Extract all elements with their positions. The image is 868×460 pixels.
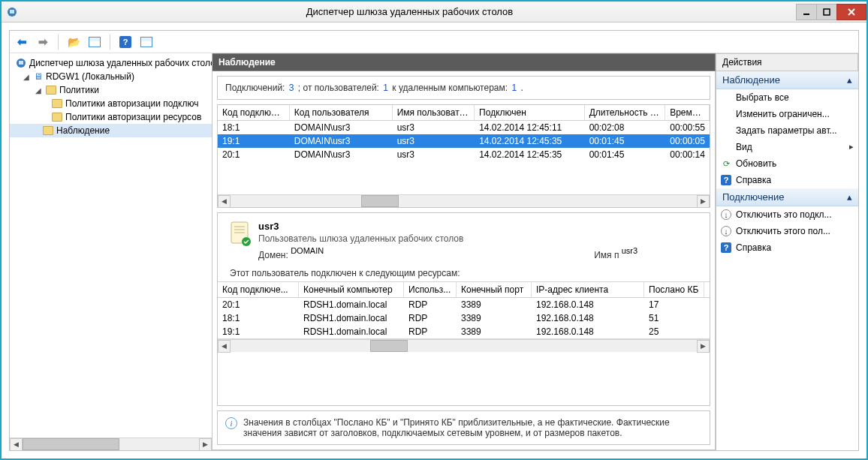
action-item[interactable]: Выбрать все bbox=[716, 89, 858, 106]
client-area: ⬅ ➡ 📂 ? bbox=[2, 23, 866, 458]
table-cell: 20:1 bbox=[218, 298, 299, 311]
table-row[interactable]: 19:1RDSH1.domain.localRDP3389192.168.0.1… bbox=[218, 325, 710, 338]
scroll-thumb[interactable] bbox=[370, 340, 408, 352]
name-value: usr3 bbox=[622, 246, 637, 255]
scroll-thumb[interactable] bbox=[361, 195, 399, 207]
table-row[interactable]: 20:1DOMAIN\usr3usr314.02.2014 12:45:3500… bbox=[218, 148, 710, 161]
tree-policy-res[interactable]: Политики авторизации ресурсов bbox=[10, 110, 212, 124]
action-item[interactable]: ⟳Обновить bbox=[716, 155, 858, 172]
tree-server[interactable]: ◢ 🖥 RDGW1 (Локальный) bbox=[10, 70, 212, 83]
center-body: Подключений: 3 ; от пользователей: 1 к у… bbox=[212, 71, 716, 450]
detail-hscroll[interactable]: ◀ ▶ bbox=[218, 339, 710, 352]
action-item[interactable]: Вид bbox=[716, 139, 858, 155]
grid-header: Код подключе...Конечный компьютерИспольз… bbox=[218, 282, 710, 298]
table-cell: 00:01:45 bbox=[585, 148, 666, 161]
tree-hscroll[interactable]: ◀ ▶ bbox=[10, 437, 212, 450]
svg-rect-3 bbox=[824, 9, 830, 15]
table-cell: DOMAIN\usr3 bbox=[290, 134, 393, 148]
column-header[interactable]: Код подключе... bbox=[218, 282, 299, 297]
table-row[interactable]: 18:1RDSH1.domain.localRDP3389192.168.0.1… bbox=[218, 311, 710, 325]
action-item[interactable]: ?Справка bbox=[716, 239, 858, 256]
scroll-thumb[interactable] bbox=[23, 438, 119, 450]
column-header[interactable]: Конечный компьютер bbox=[299, 282, 404, 297]
scroll-right-button[interactable]: ▶ bbox=[697, 340, 710, 353]
actions-group-monitoring[interactable]: Наблюдение ▴ bbox=[716, 71, 858, 89]
column-header[interactable]: Использ... bbox=[404, 282, 457, 297]
summary-label: Подключений: bbox=[225, 83, 285, 93]
toolbar-separator bbox=[58, 35, 59, 50]
folder-icon bbox=[52, 99, 62, 108]
table-cell: 192.168.0.148 bbox=[532, 311, 644, 325]
table-row[interactable]: 19:1DOMAIN\usr3usr314.02.2014 12:45:3500… bbox=[218, 134, 710, 148]
table-row[interactable]: 18:1DOMAIN\usr3usr314.02.2014 12:45:1100… bbox=[218, 121, 710, 134]
minimize-button[interactable] bbox=[796, 4, 817, 20]
table-cell: 192.168.0.148 bbox=[532, 325, 644, 338]
collapse-icon[interactable]: ◢ bbox=[22, 73, 31, 81]
detail-note: Этот пользователь подключен к следующим … bbox=[218, 265, 710, 281]
close-button[interactable] bbox=[836, 4, 866, 20]
table-cell: RDSH1.domain.local bbox=[299, 298, 404, 311]
grid-hscroll[interactable]: ◀ ▶ bbox=[218, 194, 710, 207]
column-header[interactable]: Время ... bbox=[665, 105, 710, 120]
column-header[interactable]: Послано КБ bbox=[644, 282, 704, 297]
tree-monitoring[interactable]: Наблюдение bbox=[10, 124, 212, 137]
tree-label: RDGW1 (Локальный) bbox=[46, 71, 134, 82]
column-header[interactable]: Длительность по... bbox=[585, 105, 666, 120]
nav-back-button[interactable]: ⬅ bbox=[14, 35, 29, 50]
action-item[interactable]: ↓Отключить этого пол... bbox=[716, 223, 858, 239]
table-cell: usr3 bbox=[393, 148, 475, 161]
group-title: Подключение bbox=[722, 191, 784, 203]
table-cell: 00:00:55 bbox=[665, 121, 710, 134]
maximize-button[interactable] bbox=[816, 4, 837, 20]
window-controls bbox=[797, 4, 866, 20]
actions-list: ↓Отключить это подкл...↓Отключить этого … bbox=[716, 206, 858, 256]
up-folder-button[interactable]: 📂 bbox=[66, 35, 81, 50]
detail-fields: Домен: DOMAIN Имя п usr3 bbox=[258, 250, 698, 260]
detail-role: Пользователь шлюза удаленных рабочих сто… bbox=[258, 233, 698, 244]
scroll-left-button[interactable]: ◀ bbox=[218, 340, 231, 353]
table-row[interactable]: 20:1RDSH1.domain.localRDP3389192.168.0.1… bbox=[218, 298, 710, 311]
panel-button[interactable] bbox=[139, 35, 154, 50]
action-item[interactable]: ↓Отключить это подкл... bbox=[716, 206, 858, 223]
collapse-icon: ▴ bbox=[847, 191, 852, 203]
tree[interactable]: Диспетчер шлюза удаленных рабочих столов… bbox=[10, 53, 212, 437]
action-item[interactable]: Изменить ограничен... bbox=[716, 106, 858, 122]
collapse-icon[interactable]: ◢ bbox=[34, 86, 43, 95]
table-cell: 25 bbox=[644, 325, 704, 338]
action-item[interactable]: Задать параметры авт... bbox=[716, 122, 858, 139]
table-cell: usr3 bbox=[393, 121, 475, 134]
scroll-track[interactable] bbox=[231, 340, 697, 352]
column-header[interactable]: Конечный порт bbox=[457, 282, 532, 297]
tree-policies[interactable]: ◢ Политики bbox=[10, 83, 212, 97]
column-header[interactable]: Код пользователя bbox=[290, 105, 393, 120]
scroll-right-button[interactable]: ▶ bbox=[199, 438, 212, 451]
table-cell: 19:1 bbox=[218, 134, 290, 148]
scroll-track[interactable] bbox=[23, 438, 199, 450]
actions-group-connection[interactable]: Подключение ▴ bbox=[716, 188, 858, 206]
tree-root[interactable]: Диспетчер шлюза удаленных рабочих столов bbox=[10, 56, 212, 70]
column-header[interactable]: Подключен bbox=[475, 105, 585, 120]
summary-box: Подключений: 3 ; от пользователей: 1 к у… bbox=[217, 76, 710, 100]
user-icon bbox=[230, 221, 251, 246]
tree-pane: Диспетчер шлюза удаленных рабочих столов… bbox=[10, 53, 212, 450]
help-button[interactable]: ? bbox=[118, 35, 133, 50]
scroll-left-button[interactable]: ◀ bbox=[218, 195, 231, 208]
table-cell: 18:1 bbox=[218, 311, 299, 325]
folder-icon bbox=[52, 113, 62, 122]
table-cell: 00:01:45 bbox=[585, 134, 666, 148]
info-text: Значения в столбцах "Послано КБ" и "Прин… bbox=[243, 417, 702, 438]
scroll-left-button[interactable]: ◀ bbox=[10, 438, 23, 451]
panel-toggle-button[interactable] bbox=[87, 35, 102, 50]
table-cell: DOMAIN\usr3 bbox=[290, 121, 393, 134]
column-header[interactable]: Имя пользователя bbox=[393, 105, 475, 120]
folder-icon bbox=[46, 86, 56, 95]
column-header[interactable]: IP-адрес клиента bbox=[532, 282, 644, 297]
scroll-track[interactable] bbox=[231, 195, 697, 207]
column-header[interactable]: Код подключен... bbox=[218, 105, 290, 120]
table-cell: usr3 bbox=[393, 134, 475, 148]
tree-policy-conn[interactable]: Политики авторизации подключ bbox=[10, 97, 212, 110]
nav-forward-button[interactable]: ➡ bbox=[35, 35, 50, 50]
scroll-right-button[interactable]: ▶ bbox=[697, 195, 710, 208]
table-cell: 51 bbox=[644, 311, 704, 325]
action-item[interactable]: ?Справка bbox=[716, 172, 858, 188]
